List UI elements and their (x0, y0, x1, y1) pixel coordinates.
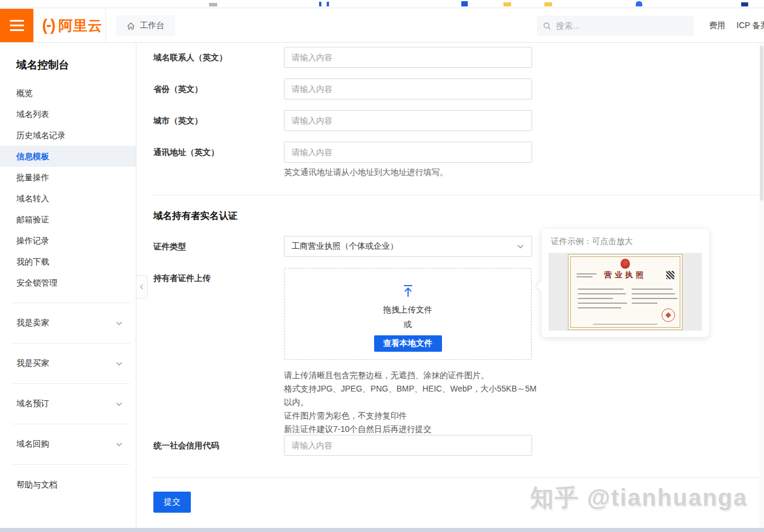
license-text-line (577, 276, 592, 277)
cert-sample-title: 证件示例：可点击放大 (542, 229, 709, 253)
license-text-line (632, 289, 673, 290)
license-text-line (578, 303, 627, 304)
favicon-fragment (327, 2, 329, 6)
license-text-line (578, 307, 621, 308)
favicon-fragment (544, 2, 552, 6)
aliyun-logo-text: 阿里云 (59, 16, 102, 35)
browse-local-files-button[interactable]: 查看本地文件 (374, 335, 442, 352)
sidebar-group-buyback[interactable]: 域名回购 (0, 434, 136, 455)
realname-section-title: 域名持有者实名认证 (153, 210, 238, 222)
sidebar-item-security-lock[interactable]: 安全锁管理 (0, 272, 136, 293)
favicon-fragment (741, 2, 748, 6)
workbench-button[interactable]: 工作台 (116, 15, 175, 36)
qr-code-icon (666, 271, 674, 279)
credit-code-input[interactable] (284, 435, 532, 456)
sidebar-divider (12, 343, 130, 344)
sidebar-group-buyer[interactable]: 我是买家 (0, 353, 136, 374)
zhihu-watermark: 知乎 @tianhuanga (530, 482, 748, 514)
address-en-label: 通讯地址（英文） (153, 142, 279, 163)
upload-tip: 证件图片需为彩色，不支持复印件 (284, 409, 540, 423)
sidebar-divider (12, 464, 130, 465)
main-content: 域名联系人（英文） 省份（英文） 城市（英文） 通讯地址（英文） 英文通讯地址请… (137, 43, 764, 528)
vertical-scrollbar[interactable] (759, 43, 764, 528)
province-en-input[interactable] (284, 78, 532, 99)
upload-tips: 请上传清晰且包含完整边框，无遮挡、涂抹的证件图片。 格式支持JPG、JPEG、P… (284, 369, 540, 436)
license-text-line (578, 289, 623, 290)
contact-en-label: 域名联系人（英文） (153, 47, 279, 68)
sidebar-item-overview[interactable]: 概览 (0, 83, 136, 104)
sidebar: 域名控制台 概览 域名列表 历史域名记录 信息模板 批量操作 域名转入 邮箱验证… (0, 43, 136, 528)
license-text-line (632, 293, 675, 294)
sidebar-title: 域名控制台 (16, 58, 136, 72)
address-hint: 英文通讯地址请从小地址到大地址进行填写。 (284, 167, 448, 178)
submit-button[interactable]: 提交 (153, 492, 191, 513)
search-input[interactable] (556, 21, 688, 30)
sidebar-group-label: 我是卖家 (16, 318, 49, 328)
sidebar-item-domain-list[interactable]: 域名列表 (0, 104, 136, 125)
upload-label: 持有者证件上传 (153, 272, 279, 284)
upload-tip: 请上传清晰且包含完整边框，无遮挡、涂抹的证件图片。 (284, 369, 540, 382)
business-license-sample-image[interactable]: 营业执照 (568, 254, 683, 330)
license-text-line (632, 303, 657, 304)
page-root: (-) 阿里云 工作台 费用 ICP 备案 域名控制台 概览 域名列表 历史域名… (0, 0, 764, 532)
workbench-label: 工作台 (140, 20, 165, 31)
hamburger-menu-icon[interactable] (0, 9, 33, 42)
favicon-fragment (209, 3, 217, 6)
sidebar-item-batch-ops[interactable]: 批量操作 (0, 167, 136, 188)
sidebar-item-transfer-in[interactable]: 域名转入 (0, 188, 136, 209)
sidebar-divider (12, 383, 130, 384)
aliyun-logo-mark: (-) (42, 16, 54, 35)
chevron-down-icon (115, 320, 123, 327)
province-en-label: 省份（英文） (153, 78, 279, 99)
icp-link[interactable]: ICP 备案 (736, 9, 764, 42)
sidebar-item-op-records[interactable]: 操作记录 (0, 230, 136, 251)
favicon-fragment (319, 2, 321, 6)
chevron-down-icon (115, 441, 123, 448)
chevron-left-icon (139, 283, 145, 290)
sidebar-group-label: 我是买家 (16, 358, 49, 369)
favicon-fragment (503, 2, 511, 6)
cert-type-label: 证件类型 (153, 236, 279, 257)
scrollbar-thumb[interactable] (760, 46, 763, 201)
sidebar-collapse-handle[interactable] (136, 275, 148, 298)
address-en-input[interactable] (284, 142, 532, 163)
sidebar-item-history[interactable]: 历史域名记录 (0, 125, 136, 146)
contact-en-input[interactable] (284, 47, 532, 68)
sidebar-group-preorder[interactable]: 域名预订 (0, 393, 136, 414)
section-divider (152, 195, 764, 195)
upload-dropzone[interactable]: 拖拽上传文件 或 查看本地文件 (284, 268, 532, 360)
global-search[interactable] (537, 16, 694, 36)
home-icon (126, 22, 135, 30)
sidebar-item-help-docs[interactable]: 帮助与文档 (0, 474, 136, 495)
cert-type-value: 工商营业执照（个体或企业） (292, 241, 398, 252)
license-inner-border: 营业执照 (570, 256, 680, 328)
license-text-line (578, 298, 613, 299)
sidebar-item-info-template[interactable]: 信息模板 (0, 146, 136, 167)
top-header: (-) 阿里云 工作台 费用 ICP 备案 (0, 9, 764, 43)
sidebar-group-seller[interactable]: 我是卖家 (0, 313, 136, 334)
sidebar-item-my-downloads[interactable]: 我的下载 (0, 251, 136, 272)
search-icon (543, 22, 551, 30)
red-seal-icon (662, 308, 675, 322)
cert-sample-stage[interactable]: 营业执照 (549, 253, 702, 331)
horizontal-scrollbar-strip[interactable] (0, 528, 764, 532)
cert-type-select[interactable]: 工商营业执照（个体或企业） (284, 236, 532, 257)
chevron-down-icon (516, 242, 525, 250)
upload-arrow-icon (400, 283, 416, 298)
sidebar-divider (12, 424, 130, 424)
favicon-fragment (636, 1, 642, 6)
upload-tip: 格式支持JPG、JPEG、PNG、BMP、HEIC、WebP，大小55KB～5M… (284, 382, 540, 409)
sidebar-item-email-verify[interactable]: 邮箱验证 (0, 209, 136, 230)
city-en-input[interactable] (284, 110, 532, 131)
license-text-line (632, 298, 677, 299)
billing-link[interactable]: 费用 (709, 9, 725, 42)
chevron-down-icon (115, 360, 123, 368)
footer-divider (152, 477, 764, 478)
aliyun-logo[interactable]: (-) 阿里云 (42, 9, 102, 42)
national-emblem-icon (621, 259, 630, 269)
header-divider (105, 9, 106, 42)
cert-sample-panel: 证件示例：可点击放大 营业执照 (542, 229, 709, 337)
browser-strip (0, 0, 764, 8)
credit-code-label: 统一社会信用代码 (153, 435, 279, 456)
sidebar-group-label: 域名预订 (16, 399, 49, 409)
